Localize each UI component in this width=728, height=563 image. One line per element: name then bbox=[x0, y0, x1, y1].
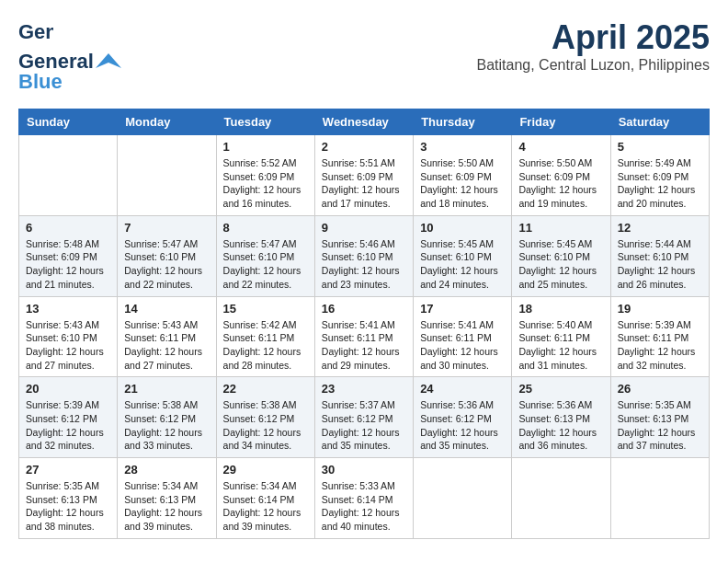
calendar-cell: 2Sunrise: 5:51 AMSunset: 6:09 PMDaylight… bbox=[314, 135, 413, 216]
sunrise-label: Sunrise: 5:38 AM bbox=[124, 399, 198, 410]
day-number: 18 bbox=[518, 302, 603, 316]
calendar-cell bbox=[19, 135, 118, 216]
sunset-label: Sunset: 6:09 PM bbox=[420, 171, 492, 182]
day-info: Sunrise: 5:39 AMSunset: 6:12 PMDaylight:… bbox=[26, 398, 110, 453]
sunrise-label: Sunrise: 5:38 AM bbox=[223, 399, 297, 410]
sunset-label: Sunset: 6:09 PM bbox=[26, 251, 97, 262]
sunset-label: Sunset: 6:09 PM bbox=[618, 171, 689, 182]
calendar-cell: 26Sunrise: 5:35 AMSunset: 6:13 PMDayligh… bbox=[610, 377, 709, 458]
calendar-cell: 1Sunrise: 5:52 AMSunset: 6:09 PMDaylight… bbox=[216, 135, 314, 216]
sunset-label: Sunset: 6:10 PM bbox=[322, 251, 393, 262]
daylight-label: Daylight: 12 hours and 33 minutes. bbox=[124, 427, 202, 452]
sunset-label: Sunset: 6:09 PM bbox=[322, 171, 393, 182]
sunset-label: Sunset: 6:09 PM bbox=[223, 171, 295, 182]
sunset-label: Sunset: 6:13 PM bbox=[518, 413, 590, 424]
calendar-cell: 4Sunrise: 5:50 AMSunset: 6:09 PMDaylight… bbox=[512, 135, 610, 216]
day-number: 4 bbox=[518, 140, 603, 154]
subtitle: Batitang, Central Luzon, Philippines bbox=[477, 57, 711, 74]
daylight-label: Daylight: 12 hours and 40 minutes. bbox=[322, 507, 400, 532]
day-info: Sunrise: 5:35 AMSunset: 6:13 PMDaylight:… bbox=[26, 479, 110, 534]
daylight-label: Daylight: 12 hours and 25 minutes. bbox=[518, 265, 597, 290]
daylight-label: Daylight: 12 hours and 39 minutes. bbox=[223, 507, 301, 532]
calendar-cell: 3Sunrise: 5:50 AMSunset: 6:09 PMDaylight… bbox=[414, 135, 512, 216]
day-info: Sunrise: 5:40 AMSunset: 6:11 PMDaylight:… bbox=[518, 318, 603, 373]
main-title: April 2025 bbox=[477, 18, 711, 57]
calendar-cell: 23Sunrise: 5:37 AMSunset: 6:12 PMDayligh… bbox=[314, 377, 413, 458]
calendar-cell: 17Sunrise: 5:41 AMSunset: 6:11 PMDayligh… bbox=[414, 296, 512, 377]
day-info: Sunrise: 5:41 AMSunset: 6:11 PMDaylight:… bbox=[322, 318, 406, 373]
day-info: Sunrise: 5:42 AMSunset: 6:11 PMDaylight:… bbox=[223, 318, 308, 373]
sunrise-label: Sunrise: 5:41 AM bbox=[322, 319, 395, 330]
daylight-label: Daylight: 12 hours and 29 minutes. bbox=[322, 346, 400, 371]
day-number: 28 bbox=[124, 463, 209, 477]
day-info: Sunrise: 5:43 AMSunset: 6:10 PMDaylight:… bbox=[26, 318, 110, 373]
sunset-label: Sunset: 6:11 PM bbox=[223, 332, 295, 343]
day-info: Sunrise: 5:38 AMSunset: 6:12 PMDaylight:… bbox=[223, 398, 308, 453]
sunset-label: Sunset: 6:10 PM bbox=[223, 251, 295, 262]
day-number: 23 bbox=[322, 382, 406, 396]
day-number: 7 bbox=[124, 221, 209, 235]
sunset-label: Sunset: 6:10 PM bbox=[124, 251, 196, 262]
weekday-header: Wednesday bbox=[314, 109, 413, 135]
daylight-label: Daylight: 12 hours and 39 minutes. bbox=[124, 507, 202, 532]
day-number: 29 bbox=[223, 463, 308, 477]
day-info: Sunrise: 5:47 AMSunset: 6:10 PMDaylight:… bbox=[223, 237, 308, 292]
calendar-cell: 19Sunrise: 5:39 AMSunset: 6:11 PMDayligh… bbox=[610, 296, 709, 377]
weekday-header: Thursday bbox=[414, 109, 512, 135]
day-info: Sunrise: 5:45 AMSunset: 6:10 PMDaylight:… bbox=[420, 237, 505, 292]
calendar-week-row: 1Sunrise: 5:52 AMSunset: 6:09 PMDaylight… bbox=[19, 135, 710, 216]
day-info: Sunrise: 5:33 AMSunset: 6:14 PMDaylight:… bbox=[322, 479, 406, 534]
sunrise-label: Sunrise: 5:37 AM bbox=[322, 399, 395, 410]
day-info: Sunrise: 5:36 AMSunset: 6:13 PMDaylight:… bbox=[518, 398, 603, 453]
sunrise-label: Sunrise: 5:36 AM bbox=[518, 399, 592, 410]
day-number: 12 bbox=[618, 221, 702, 235]
day-number: 19 bbox=[618, 302, 702, 316]
sunrise-label: Sunrise: 5:42 AM bbox=[223, 319, 297, 330]
day-info: Sunrise: 5:41 AMSunset: 6:11 PMDaylight:… bbox=[420, 318, 505, 373]
daylight-label: Daylight: 12 hours and 36 minutes. bbox=[518, 427, 597, 452]
calendar-cell: 14Sunrise: 5:43 AMSunset: 6:11 PMDayligh… bbox=[118, 296, 216, 377]
day-number: 5 bbox=[618, 140, 702, 154]
day-number: 6 bbox=[26, 221, 110, 235]
day-info: Sunrise: 5:34 AMSunset: 6:13 PMDaylight:… bbox=[124, 479, 209, 534]
day-number: 10 bbox=[420, 221, 505, 235]
day-number: 1 bbox=[223, 140, 308, 154]
title-area: April 2025 Batitang, Central Luzon, Phil… bbox=[477, 18, 711, 74]
calendar-week-row: 6Sunrise: 5:48 AMSunset: 6:09 PMDaylight… bbox=[19, 215, 710, 296]
sunset-label: Sunset: 6:10 PM bbox=[26, 332, 97, 343]
day-number: 8 bbox=[223, 221, 308, 235]
sunrise-label: Sunrise: 5:35 AM bbox=[618, 399, 691, 410]
daylight-label: Daylight: 12 hours and 22 minutes. bbox=[124, 265, 202, 290]
sunset-label: Sunset: 6:13 PM bbox=[618, 413, 689, 424]
calendar-cell: 24Sunrise: 5:36 AMSunset: 6:12 PMDayligh… bbox=[414, 377, 512, 458]
sunset-label: Sunset: 6:11 PM bbox=[618, 332, 689, 343]
day-number: 27 bbox=[26, 463, 110, 477]
day-number: 15 bbox=[223, 302, 308, 316]
sunset-label: Sunset: 6:13 PM bbox=[26, 494, 97, 505]
day-number: 9 bbox=[322, 221, 406, 235]
daylight-label: Daylight: 12 hours and 18 minutes. bbox=[420, 184, 498, 209]
daylight-label: Daylight: 12 hours and 38 minutes. bbox=[26, 507, 104, 532]
day-number: 25 bbox=[518, 382, 603, 396]
day-number: 22 bbox=[223, 382, 308, 396]
calendar-cell: 11Sunrise: 5:45 AMSunset: 6:10 PMDayligh… bbox=[512, 215, 610, 296]
sunrise-label: Sunrise: 5:50 AM bbox=[518, 157, 592, 168]
sunrise-label: Sunrise: 5:34 AM bbox=[223, 480, 297, 491]
header: General General Blue April 2025 Batitang… bbox=[18, 18, 710, 94]
sunrise-label: Sunrise: 5:45 AM bbox=[518, 238, 592, 249]
calendar-week-row: 20Sunrise: 5:39 AMSunset: 6:12 PMDayligh… bbox=[19, 377, 710, 458]
weekday-header: Sunday bbox=[19, 109, 118, 135]
sunrise-label: Sunrise: 5:47 AM bbox=[124, 238, 198, 249]
daylight-label: Daylight: 12 hours and 20 minutes. bbox=[618, 184, 696, 209]
daylight-label: Daylight: 12 hours and 35 minutes. bbox=[322, 427, 400, 452]
daylight-label: Daylight: 12 hours and 37 minutes. bbox=[618, 427, 696, 452]
day-info: Sunrise: 5:48 AMSunset: 6:09 PMDaylight:… bbox=[26, 237, 110, 292]
day-info: Sunrise: 5:39 AMSunset: 6:11 PMDaylight:… bbox=[618, 318, 702, 373]
daylight-label: Daylight: 12 hours and 16 minutes. bbox=[223, 184, 301, 209]
sunrise-label: Sunrise: 5:45 AM bbox=[420, 238, 494, 249]
sunset-label: Sunset: 6:12 PM bbox=[322, 413, 393, 424]
calendar: SundayMondayTuesdayWednesdayThursdayFrid… bbox=[18, 109, 710, 539]
daylight-label: Daylight: 12 hours and 31 minutes. bbox=[518, 346, 597, 371]
calendar-cell: 30Sunrise: 5:33 AMSunset: 6:14 PMDayligh… bbox=[314, 458, 413, 539]
svg-text:General: General bbox=[18, 20, 53, 43]
